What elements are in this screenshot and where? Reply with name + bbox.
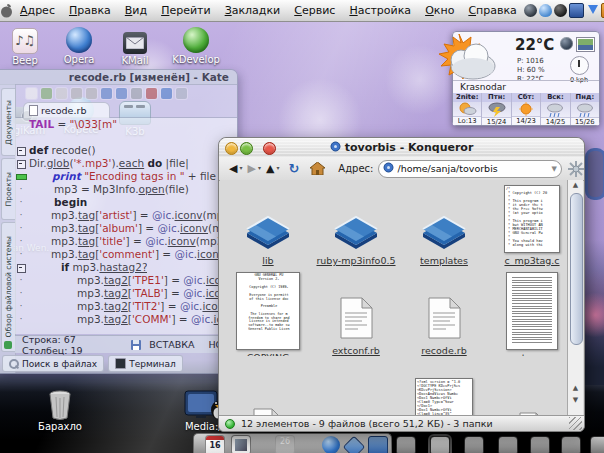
kate-edit-area[interactable]: TAIL = "\033[m"def recode()Dir.glob('*.m… [15, 118, 237, 334]
calendar-icon[interactable]: 16 [206, 436, 224, 453]
apple-menu-icon[interactable] [0, 0, 13, 21]
file-tags[interactable]: tags [492, 272, 568, 356]
file-question[interactable]: ? [228, 366, 308, 416]
kate-titlebar[interactable]: recode.rb [изменён] - Kate [0, 70, 237, 85]
print-icon[interactable] [131, 88, 142, 99]
desktop-icon-KDevelop[interactable]: KDevelop [164, 25, 228, 65]
save-as-icon[interactable] [116, 88, 127, 99]
scrollbar-thumb[interactable] [570, 193, 583, 345]
vertical-scrollbar[interactable]: ▲ ▲ ▼ [567, 180, 583, 416]
file-doc-small[interactable] [492, 366, 568, 416]
fold-marker-icon[interactable] [15, 144, 27, 157]
menu-item-Правка[interactable]: Правка [62, 0, 118, 21]
bookmarks-icon[interactable] [146, 88, 157, 99]
hand-icon[interactable] [396, 436, 416, 453]
menu-item-Вид[interactable]: Вид [118, 0, 154, 21]
file-package[interactable] [316, 366, 396, 416]
close-button[interactable] [263, 142, 276, 155]
file-icon-doc [340, 297, 373, 343]
file-label: lib [262, 255, 273, 266]
menu-item-Справка[interactable]: Справка [461, 0, 523, 21]
file-extconf.rb[interactable]: extconf.rb [316, 272, 396, 356]
sidebar-tab-0[interactable]: Документы [1, 88, 16, 156]
code-line: ·mp3.tag2['TALB'] = @ic.iconv(r [15, 287, 237, 300]
redo-icon[interactable] [176, 88, 187, 99]
menu-item-Окно[interactable]: Окно [418, 0, 461, 21]
scroll-up-icon[interactable]: ▲ [568, 180, 583, 191]
water-drop-icon[interactable] [539, 4, 552, 17]
back-icon[interactable] [71, 88, 82, 99]
desktop-icon-Барахло[interactable]: Барахло [28, 388, 92, 432]
resize-grip[interactable] [569, 417, 582, 430]
save-combo-icon[interactable] [56, 88, 67, 99]
box-icon[interactable] [368, 436, 388, 453]
konqueror-gear-icon [383, 162, 394, 175]
globe-icon[interactable] [322, 436, 340, 453]
kate-window-title: recode.rb [изменён] - Kate [69, 70, 229, 84]
scroll-down-icon[interactable]: ▼ [568, 395, 583, 406]
code-text: mp3 = Mp3Info.open(file) [27, 183, 189, 196]
tool-button-Терминал[interactable]: Терминал [108, 355, 183, 372]
scroll-up-icon[interactable]: ▲ [568, 383, 583, 394]
code-text: mp3.tag['album'] = @ic.iconv(mp3.ta [27, 222, 237, 235]
undo-icon[interactable] [161, 88, 172, 99]
fold-marker-icon[interactable] [15, 157, 27, 170]
mail-icon[interactable] [561, 436, 581, 453]
file-ruby-mp3info0.5[interactable]: ruby-mp3info0.5 [316, 182, 396, 266]
desktop-icon-Opera[interactable]: Opera [47, 25, 111, 65]
webcam-icon[interactable] [498, 436, 518, 453]
file-c_mp3tag.c[interactable]: /* * Copyright (C) 20 * * This program i… [492, 182, 568, 266]
dark-sphere-icon[interactable] [554, 4, 567, 17]
desktop-icon-label: Барахло [28, 421, 92, 432]
tab-recode-rb[interactable]: recode.rb [23, 102, 110, 118]
sidebar-tab-1[interactable]: Проекты [1, 158, 16, 220]
code-line [15, 131, 237, 144]
fold-marker-icon[interactable] [15, 261, 27, 274]
desktop: АдресПравкаВидПерейтиЗакладкиСервисНастр… [0, 0, 604, 453]
menu-item-Сервис[interactable]: Сервис [287, 0, 342, 21]
file-COPYING[interactable]: GNU GENERAL PU Version 2, Copyright (C) … [228, 272, 308, 356]
globe-link-icon[interactable] [524, 4, 537, 17]
menu-item-Перейти[interactable]: Перейти [154, 0, 218, 21]
wallpaper-sunset [583, 240, 604, 385]
kate-tabbar: recode.rb [15, 100, 237, 118]
code-text: mp3.tag['title'] = @ic.iconv(mp3.tag [27, 235, 237, 248]
forward-button[interactable]: ▶▾ [247, 157, 255, 180]
up-button[interactable]: ▲▾ [266, 157, 274, 180]
fireworks-icon[interactable] [430, 436, 450, 453]
file-recode.rb[interactable]: recode.rb [404, 272, 484, 356]
open-icon[interactable] [41, 88, 52, 99]
fold-marker-icon [15, 131, 27, 144]
download-arrow-icon[interactable] [586, 4, 599, 17]
minimize-button[interactable] [225, 142, 238, 155]
remote-screen-icon[interactable] [569, 3, 584, 18]
new-doc-icon[interactable] [26, 88, 37, 99]
save-icon[interactable] [101, 88, 112, 99]
address-bar[interactable]: /home/sanja/tovorbis ▼ [378, 160, 562, 178]
forward-icon[interactable] [86, 88, 97, 99]
file-xml-preview[interactable]: <?xml version = "1.0 <!DOCTYPE KDevPrjSe… [404, 366, 484, 416]
address-input[interactable]: /home/sanja/tovorbis [397, 163, 548, 174]
reload-button[interactable]: ↻ [288, 161, 299, 176]
konqueror-titlebar[interactable]: tovorbis - Konqueror [219, 138, 584, 158]
gesture-icon[interactable] [530, 436, 550, 453]
code-text: Dir.glob('*.mp3').each do |file| [27, 157, 189, 170]
keyboard-icon[interactable] [464, 436, 484, 453]
address-dropdown-icon[interactable]: ▼ [552, 165, 557, 173]
menu-item-Закладки[interactable]: Закладки [218, 0, 288, 21]
menu-item-Настройка[interactable]: Настройка [342, 0, 418, 21]
code-text: mp3.tag2['TIT2'] = @ic.iconv(n [27, 300, 237, 313]
maximize-button[interactable] [240, 142, 253, 155]
desktop-icon-KMail[interactable]: KMail [103, 26, 167, 66]
back-button[interactable]: ◀▾ [229, 157, 237, 180]
menu-item-Адрес[interactable]: Адрес [13, 0, 62, 21]
tool-button-Поиск в файлах[interactable]: Поиск в файлах [2, 355, 104, 372]
globe2-icon[interactable] [590, 436, 604, 453]
home-button[interactable] [310, 162, 325, 175]
file-templates[interactable]: templates [404, 182, 484, 266]
sidebar-tab-2[interactable]: Обзор файловой системы [1, 222, 16, 352]
photo-icon[interactable] [232, 436, 250, 453]
dimmed-calendar-icon[interactable]: 26 [276, 436, 294, 453]
fold-marker-icon: · [15, 313, 27, 326]
file-lib[interactable]: lib [228, 182, 308, 266]
